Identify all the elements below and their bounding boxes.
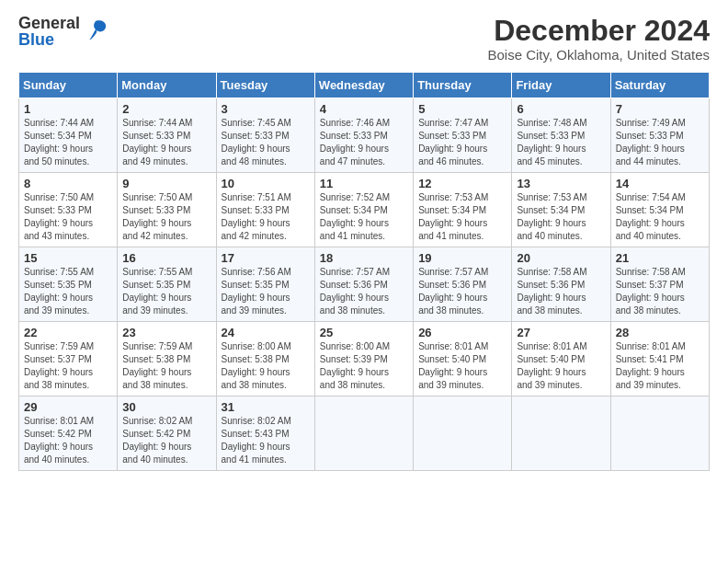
table-row: 15Sunrise: 7:55 AM Sunset: 5:35 PM Dayli… <box>19 247 118 322</box>
table-row: 14Sunrise: 7:54 AM Sunset: 5:34 PM Dayli… <box>610 173 709 247</box>
day-info: Sunrise: 8:01 AM Sunset: 5:42 PM Dayligh… <box>24 415 112 466</box>
day-number: 7 <box>616 102 704 116</box>
day-info: Sunrise: 7:45 AM Sunset: 5:33 PM Dayligh… <box>222 117 310 168</box>
day-info: Sunrise: 7:56 AM Sunset: 5:35 PM Dayligh… <box>222 266 310 317</box>
table-row: 9Sunrise: 7:50 AM Sunset: 5:33 PM Daylig… <box>118 173 216 247</box>
day-info: Sunrise: 8:00 AM Sunset: 5:39 PM Dayligh… <box>320 340 408 392</box>
weekday-header-row: Sunday Monday Tuesday Wednesday Thursday… <box>19 73 710 98</box>
day-number: 14 <box>616 177 704 190</box>
table-row: 3Sunrise: 7:45 AM Sunset: 5:33 PM Daylig… <box>216 98 314 173</box>
logo: General Blue <box>18 15 108 48</box>
table-row: 28Sunrise: 8:01 AM Sunset: 5:41 PM Dayli… <box>610 322 709 396</box>
table-row: 5Sunrise: 7:47 AM Sunset: 5:33 PM Daylig… <box>414 98 512 173</box>
day-info: Sunrise: 8:01 AM Sunset: 5:40 PM Dayligh… <box>517 340 605 392</box>
week-row-2: 8Sunrise: 7:50 AM Sunset: 5:33 PM Daylig… <box>19 173 710 247</box>
table-row: 13Sunrise: 7:53 AM Sunset: 5:34 PM Dayli… <box>512 173 610 247</box>
table-row <box>512 396 610 471</box>
day-info: Sunrise: 7:55 AM Sunset: 5:35 PM Dayligh… <box>24 266 112 317</box>
day-info: Sunrise: 7:57 AM Sunset: 5:36 PM Dayligh… <box>320 266 408 317</box>
day-number: 25 <box>320 326 408 339</box>
weekday-wednesday: Wednesday <box>314 73 413 98</box>
table-row: 2Sunrise: 7:44 AM Sunset: 5:33 PM Daylig… <box>118 98 216 173</box>
weekday-friday: Friday <box>512 73 610 98</box>
week-row-5: 29Sunrise: 8:01 AM Sunset: 5:42 PM Dayli… <box>19 396 710 471</box>
day-number: 6 <box>517 102 605 116</box>
table-row: 16Sunrise: 7:55 AM Sunset: 5:35 PM Dayli… <box>118 247 216 322</box>
weekday-tuesday: Tuesday <box>216 73 314 98</box>
day-number: 8 <box>24 177 112 190</box>
table-row: 21Sunrise: 7:58 AM Sunset: 5:37 PM Dayli… <box>610 247 709 322</box>
day-number: 22 <box>24 326 112 339</box>
day-info: Sunrise: 7:59 AM Sunset: 5:38 PM Dayligh… <box>122 340 210 392</box>
day-info: Sunrise: 8:00 AM Sunset: 5:38 PM Dayligh… <box>222 340 310 392</box>
day-number: 13 <box>517 177 605 190</box>
day-info: Sunrise: 7:48 AM Sunset: 5:33 PM Dayligh… <box>517 117 605 168</box>
weekday-thursday: Thursday <box>414 73 512 98</box>
table-row: 26Sunrise: 8:01 AM Sunset: 5:40 PM Dayli… <box>414 322 512 396</box>
day-number: 2 <box>122 102 210 116</box>
day-number: 10 <box>222 177 310 190</box>
table-row: 20Sunrise: 7:58 AM Sunset: 5:36 PM Dayli… <box>512 247 610 322</box>
weekday-sunday: Sunday <box>19 73 118 98</box>
weekday-saturday: Saturday <box>610 73 709 98</box>
calendar-table: Sunday Monday Tuesday Wednesday Thursday… <box>18 72 710 471</box>
day-info: Sunrise: 7:53 AM Sunset: 5:34 PM Dayligh… <box>418 191 506 243</box>
day-info: Sunrise: 7:50 AM Sunset: 5:33 PM Dayligh… <box>24 191 112 243</box>
day-info: Sunrise: 8:01 AM Sunset: 5:40 PM Dayligh… <box>418 340 506 392</box>
table-row: 19Sunrise: 7:57 AM Sunset: 5:36 PM Dayli… <box>414 247 512 322</box>
day-number: 21 <box>616 251 704 265</box>
subtitle: Boise City, Oklahoma, United States <box>488 47 711 63</box>
table-row <box>314 396 413 471</box>
day-info: Sunrise: 7:53 AM Sunset: 5:34 PM Dayligh… <box>517 191 605 243</box>
day-number: 16 <box>122 251 210 265</box>
table-row: 1Sunrise: 7:44 AM Sunset: 5:34 PM Daylig… <box>19 98 118 173</box>
table-row: 8Sunrise: 7:50 AM Sunset: 5:33 PM Daylig… <box>19 173 118 247</box>
table-row: 31Sunrise: 8:02 AM Sunset: 5:43 PM Dayli… <box>216 396 314 471</box>
week-row-3: 15Sunrise: 7:55 AM Sunset: 5:35 PM Dayli… <box>19 247 710 322</box>
day-info: Sunrise: 7:57 AM Sunset: 5:36 PM Dayligh… <box>418 266 506 317</box>
day-info: Sunrise: 7:51 AM Sunset: 5:33 PM Dayligh… <box>222 191 310 243</box>
day-number: 24 <box>222 326 310 339</box>
table-row: 23Sunrise: 7:59 AM Sunset: 5:38 PM Dayli… <box>118 322 216 396</box>
day-number: 20 <box>517 251 605 265</box>
day-info: Sunrise: 7:52 AM Sunset: 5:34 PM Dayligh… <box>320 191 408 243</box>
day-number: 1 <box>24 102 112 116</box>
day-number: 30 <box>122 400 210 414</box>
table-row: 24Sunrise: 8:00 AM Sunset: 5:38 PM Dayli… <box>216 322 314 396</box>
weekday-monday: Monday <box>118 73 216 98</box>
page: General Blue December 2024 Boise City, O… <box>0 0 728 563</box>
table-row: 6Sunrise: 7:48 AM Sunset: 5:33 PM Daylig… <box>512 98 610 173</box>
logo-bird-icon <box>84 17 108 45</box>
logo-general: General <box>18 15 80 31</box>
day-info: Sunrise: 8:01 AM Sunset: 5:41 PM Dayligh… <box>616 340 704 392</box>
day-info: Sunrise: 7:54 AM Sunset: 5:34 PM Dayligh… <box>616 191 704 243</box>
day-info: Sunrise: 7:50 AM Sunset: 5:33 PM Dayligh… <box>122 191 210 243</box>
main-title: December 2024 <box>488 15 711 47</box>
day-number: 31 <box>222 400 310 414</box>
week-row-4: 22Sunrise: 7:59 AM Sunset: 5:37 PM Dayli… <box>19 322 710 396</box>
day-info: Sunrise: 8:02 AM Sunset: 5:42 PM Dayligh… <box>122 415 210 466</box>
table-row: 4Sunrise: 7:46 AM Sunset: 5:33 PM Daylig… <box>314 98 413 173</box>
day-info: Sunrise: 7:47 AM Sunset: 5:33 PM Dayligh… <box>418 117 506 168</box>
day-number: 17 <box>222 251 310 265</box>
table-row: 12Sunrise: 7:53 AM Sunset: 5:34 PM Dayli… <box>414 173 512 247</box>
day-number: 28 <box>616 326 704 339</box>
day-info: Sunrise: 7:44 AM Sunset: 5:34 PM Dayligh… <box>24 117 112 168</box>
day-number: 5 <box>418 102 506 116</box>
day-number: 18 <box>320 251 408 265</box>
table-row: 18Sunrise: 7:57 AM Sunset: 5:36 PM Dayli… <box>314 247 413 322</box>
day-number: 19 <box>418 251 506 265</box>
title-section: December 2024 Boise City, Oklahoma, Unit… <box>488 15 711 63</box>
logo-blue: Blue <box>18 31 80 48</box>
day-number: 3 <box>222 102 310 116</box>
table-row: 27Sunrise: 8:01 AM Sunset: 5:40 PM Dayli… <box>512 322 610 396</box>
table-row: 30Sunrise: 8:02 AM Sunset: 5:42 PM Dayli… <box>118 396 216 471</box>
table-row: 25Sunrise: 8:00 AM Sunset: 5:39 PM Dayli… <box>314 322 413 396</box>
day-info: Sunrise: 7:55 AM Sunset: 5:35 PM Dayligh… <box>122 266 210 317</box>
day-info: Sunrise: 7:58 AM Sunset: 5:36 PM Dayligh… <box>517 266 605 317</box>
day-number: 26 <box>418 326 506 339</box>
table-row: 22Sunrise: 7:59 AM Sunset: 5:37 PM Dayli… <box>19 322 118 396</box>
header: General Blue December 2024 Boise City, O… <box>18 15 710 63</box>
day-number: 29 <box>24 400 112 414</box>
table-row: 7Sunrise: 7:49 AM Sunset: 5:33 PM Daylig… <box>610 98 709 173</box>
